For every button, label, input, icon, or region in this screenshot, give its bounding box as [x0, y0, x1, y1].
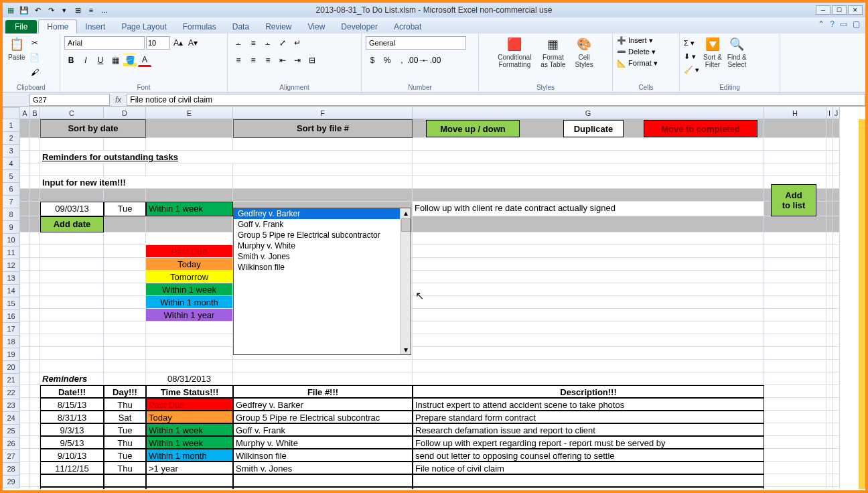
format-as-table-button[interactable]: ▦Format as Table	[538, 35, 568, 82]
col-header[interactable]: C	[40, 107, 104, 119]
conditional-formatting-button[interactable]: 🟥Conditional Formatting	[495, 35, 534, 82]
qat-icon[interactable]: ⊞	[72, 5, 83, 15]
bold-button[interactable]: B	[64, 54, 78, 67]
col-header[interactable]: H	[764, 107, 826, 119]
dropdown-item[interactable]: Murphy v. White	[234, 240, 411, 251]
copy-icon[interactable]: 📄	[28, 51, 42, 64]
row-header[interactable]: 6	[3, 183, 20, 196]
border-button[interactable]: ▦	[108, 54, 122, 67]
row-header[interactable]: 19	[3, 348, 20, 361]
add-date-button[interactable]: Add date	[40, 216, 104, 232]
row-header[interactable]: 14	[3, 285, 20, 297]
qat-icon[interactable]: …	[99, 5, 110, 15]
align-bottom-icon[interactable]: ⫠	[261, 36, 275, 50]
row-header[interactable]: 15	[3, 297, 20, 310]
percent-icon[interactable]: %	[380, 54, 394, 67]
sort-by-file-button[interactable]: Sort by file #	[233, 119, 413, 138]
shrink-font-icon[interactable]: A▾	[186, 36, 200, 50]
formula-input[interactable]: File notice of civil claim	[127, 94, 865, 106]
cut-icon[interactable]: ✂	[28, 36, 42, 50]
fill-button[interactable]: ⬇ ▾	[684, 50, 699, 63]
size-select[interactable]	[146, 36, 170, 50]
tab-formulas[interactable]: Formulas	[175, 20, 224, 33]
decrease-indent-icon[interactable]: ⇤	[276, 54, 289, 67]
save-icon[interactable]: 💾	[19, 5, 29, 15]
italic-button[interactable]: I	[79, 54, 92, 67]
number-format-select[interactable]	[366, 36, 466, 50]
row-header[interactable]: 17	[3, 323, 20, 336]
row-header[interactable]: 26	[3, 437, 20, 450]
sort-by-date-button[interactable]: Sort by date	[40, 119, 146, 138]
row-header[interactable]: 24	[3, 412, 20, 425]
row-header[interactable]: 20	[3, 361, 20, 374]
row-header[interactable]: 7	[3, 196, 20, 208]
file-tab[interactable]: File	[5, 20, 37, 33]
window-icon[interactable]: ▢	[853, 19, 860, 29]
find-select-button[interactable]: 🔍Find & Select	[725, 35, 749, 82]
row-header[interactable]: 18	[3, 336, 20, 348]
file-dropdown[interactable]: Gedfrey v. Barker Goff v. Frank Group 5 …	[233, 208, 411, 355]
sort-filter-button[interactable]: 🔽Sort & Filter	[701, 35, 725, 82]
insert-button[interactable]: ➕ Insert ▾	[617, 36, 675, 45]
paste-button[interactable]: 📋 Paste	[5, 35, 28, 82]
dropdown-item[interactable]: Goff v. Frank	[234, 219, 411, 230]
fill-color-button[interactable]: 🪣	[123, 54, 137, 67]
redo-icon[interactable]: ↷	[46, 5, 56, 15]
align-right-icon[interactable]: ≡	[261, 54, 275, 67]
tab-developer[interactable]: Developer	[333, 20, 386, 33]
name-box[interactable]: G27	[29, 94, 110, 106]
font-select[interactable]	[64, 36, 145, 50]
row-header[interactable]: 1	[3, 119, 20, 132]
col-header[interactable]: B	[30, 107, 40, 119]
format-painter-icon[interactable]: 🖌	[28, 66, 42, 79]
dropdown-item[interactable]: Group 5 Pipe re Electrical subcontractor	[234, 230, 411, 240]
cell-styles-button[interactable]: 🎨Cell Styles	[572, 35, 595, 82]
row-header[interactable]: 12	[3, 259, 20, 272]
duplicate-button[interactable]: Duplicate	[563, 120, 624, 137]
col-header[interactable]: J	[833, 107, 840, 119]
tab-acrobat[interactable]: Acrobat	[386, 20, 429, 33]
increase-indent-icon[interactable]: ⇥	[291, 54, 304, 67]
col-header[interactable]: F	[233, 107, 413, 119]
row-header[interactable]: 8	[3, 208, 20, 221]
row-header[interactable]: 3	[3, 145, 20, 157]
col-header[interactable]: A	[20, 107, 30, 119]
col-header[interactable]: I	[826, 107, 833, 119]
row-header[interactable]: 11	[3, 246, 20, 259]
add-to-list-button[interactable]: Add to list	[771, 184, 816, 216]
input-desc-cell[interactable]: Follow up with client re date contract a…	[413, 202, 764, 216]
select-all-corner[interactable]	[3, 107, 20, 119]
merge-icon[interactable]: ⊟	[305, 54, 319, 67]
tab-review[interactable]: Review	[257, 20, 299, 33]
tab-data[interactable]: Data	[224, 20, 257, 33]
close-button[interactable]: ✕	[848, 5, 863, 15]
autosum-button[interactable]: Σ ▾	[684, 36, 699, 50]
cells-area[interactable]: Sort by dateSort by file #Reminders for …	[20, 119, 840, 489]
align-left-icon[interactable]: ≡	[232, 54, 245, 67]
tab-page-layout[interactable]: Page Layout	[113, 20, 174, 33]
dropdown-scrollbar[interactable]: ▴▾	[400, 208, 411, 354]
window-icon[interactable]: ▭	[840, 19, 847, 29]
align-center-icon[interactable]: ≡	[246, 54, 260, 67]
undo-icon[interactable]: ↶	[32, 5, 43, 15]
move-up-down-button[interactable]: Move up / down	[426, 120, 520, 137]
col-header[interactable]: E	[146, 107, 233, 119]
row-header[interactable]: 25	[3, 425, 20, 437]
qat-icon[interactable]: ≡	[86, 5, 96, 15]
orientation-icon[interactable]: ⤢	[276, 36, 289, 50]
dropdown-item[interactable]: Gedfrey v. Barker	[234, 208, 411, 219]
help-icon[interactable]: ?	[830, 19, 835, 29]
font-color-button[interactable]: A	[138, 54, 151, 67]
row-header[interactable]: 4	[3, 157, 20, 170]
delete-button[interactable]: ➖ Delete ▾	[617, 48, 675, 56]
maximize-button[interactable]: ☐	[832, 5, 847, 15]
minimize-button[interactable]: ─	[816, 5, 830, 15]
row-header[interactable]: 21	[3, 374, 20, 386]
clear-button[interactable]: 🧹 ▾	[684, 63, 699, 76]
format-button[interactable]: 📐 Format ▾	[617, 59, 675, 68]
row-header[interactable]: 9	[3, 221, 20, 234]
tab-insert[interactable]: Insert	[77, 20, 113, 33]
input-date-cell[interactable]: 09/03/13	[40, 202, 104, 216]
row-header[interactable]: 28	[3, 463, 20, 476]
row-header[interactable]: 13	[3, 272, 20, 285]
